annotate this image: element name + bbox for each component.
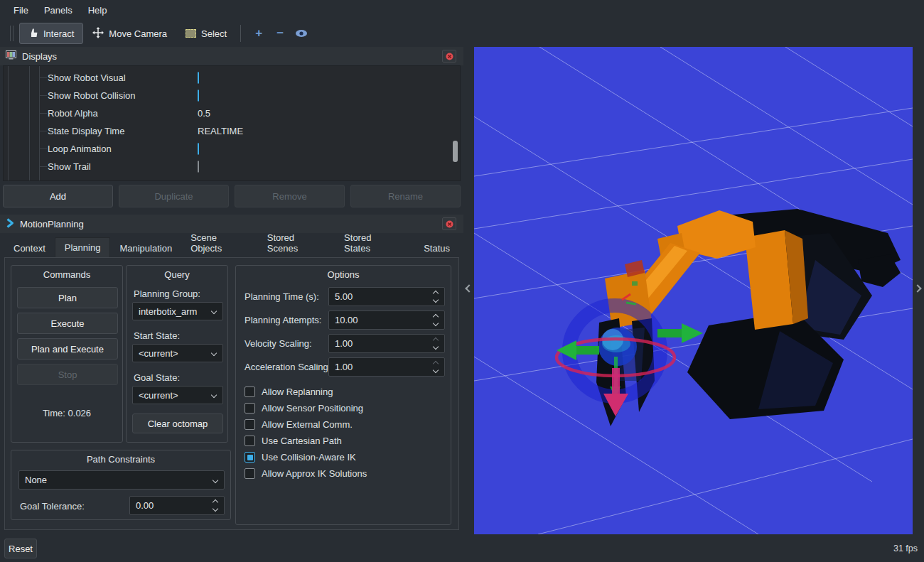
select-tool-button[interactable]: Select: [176, 23, 236, 44]
menu-help[interactable]: Help: [80, 2, 115, 18]
tree-row-loop-animation[interactable]: Loop Animation: [4, 140, 460, 158]
property-checkbox[interactable]: [198, 161, 199, 173]
tree-row-show-robot-visual[interactable]: Show Robot Visual: [4, 69, 460, 87]
plan-button[interactable]: Plan: [17, 287, 118, 308]
path-constraints-group: Path Constraints None Goal Tolerance: 0.…: [11, 450, 231, 520]
clear-octomap-button[interactable]: Clear octomap: [132, 414, 223, 433]
property-checkbox[interactable]: [198, 90, 199, 102]
motionplanning-panel-title: MotionPlanning: [20, 219, 84, 229]
spin-value: 10.00: [329, 315, 429, 325]
spin-up-icon[interactable]: [213, 499, 218, 505]
property-value[interactable]: REALTIME: [198, 126, 243, 136]
tab-context[interactable]: Context: [4, 239, 55, 257]
zoom-out-button[interactable]: −: [269, 23, 291, 43]
panel-splitter[interactable]: [463, 47, 474, 534]
remove-display-button[interactable]: Remove: [235, 185, 345, 207]
tab-status[interactable]: Status: [414, 239, 459, 257]
planning-group-combo[interactable]: interbotix_arm: [132, 302, 223, 320]
tab-stored-states[interactable]: Stored States: [335, 229, 407, 257]
planning-time-spinbox[interactable]: 5.00: [328, 287, 445, 306]
acceleration-scaling-label: Acceleration Scaling:: [245, 362, 331, 372]
spin-up-icon[interactable]: [433, 337, 439, 343]
select-tool-label: Select: [201, 28, 227, 39]
spin-down-icon[interactable]: [433, 344, 439, 350]
tab-planning[interactable]: Planning: [55, 237, 111, 257]
planning-time-readout: Time: 0.026: [11, 408, 122, 418]
tab-scene-objects[interactable]: Scene Objects: [181, 229, 258, 257]
checkbox[interactable]: [245, 452, 255, 463]
move-camera-tool-label: Move Camera: [109, 28, 167, 39]
displays-property-tree[interactable]: Show Robot Visual Show Robot Collision R…: [3, 65, 461, 181]
start-state-value: <current>: [139, 348, 178, 359]
property-checkbox[interactable]: [198, 143, 199, 155]
checkbox[interactable]: [245, 403, 255, 414]
add-display-button[interactable]: Add: [3, 185, 113, 207]
execute-button[interactable]: Execute: [17, 313, 118, 334]
planning-group-value: interbotix_arm: [139, 306, 197, 317]
checkbox[interactable]: [245, 419, 255, 430]
tab-stored-scenes[interactable]: Stored Scenes: [258, 229, 335, 257]
planning-time-label: Planning Time (s):: [245, 291, 319, 302]
collapse-left-icon[interactable]: [465, 284, 473, 292]
start-state-combo[interactable]: <current>: [132, 344, 223, 362]
path-constraints-combo[interactable]: None: [18, 470, 225, 490]
tree-row-show-robot-collision[interactable]: Show Robot Collision: [4, 87, 460, 104]
menu-file[interactable]: File: [6, 2, 36, 18]
allow-replanning-checkbox[interactable]: Allow Replanning: [245, 387, 333, 397]
checkbox[interactable]: [245, 387, 255, 397]
displays-panel-title: Displays: [22, 51, 57, 62]
spin-down-icon[interactable]: [433, 297, 439, 303]
tree-scrollbar-thumb[interactable]: [453, 141, 458, 162]
property-checkbox[interactable]: [198, 72, 199, 84]
right-splitter[interactable]: [913, 47, 924, 534]
3d-viewport[interactable]: [474, 47, 913, 534]
allow-approx-ik-solutions-checkbox[interactable]: Allow Approx IK Solutions: [245, 468, 367, 479]
goal-state-value: <current>: [139, 390, 178, 401]
visibility-eye-button[interactable]: [291, 23, 312, 43]
plan-and-execute-button[interactable]: Plan and Execute: [17, 338, 118, 360]
motionplanning-close-button[interactable]: [442, 217, 456, 230]
checkbox-label: Use Collision-Aware IK: [262, 452, 356, 463]
toolbar-separator: [240, 25, 241, 42]
displays-close-button[interactable]: [442, 50, 456, 63]
spin-up-icon[interactable]: [433, 361, 439, 367]
allow-sensor-positioning-checkbox[interactable]: Allow Sensor Positioning: [245, 403, 363, 414]
property-value[interactable]: 0.5: [198, 108, 210, 119]
marker-arrow-down-magenta: [612, 368, 620, 394]
tree-row-trail-step-size[interactable]: Trail Step Size: [4, 175, 460, 181]
reset-button[interactable]: Reset: [4, 539, 37, 558]
allow-external-comm-checkbox[interactable]: Allow External Comm.: [245, 419, 353, 430]
tree-row-robot-alpha[interactable]: Robot Alpha 0.5: [4, 104, 460, 122]
chevron-down-icon: [211, 392, 217, 398]
displays-button-row: Add Duplicate Remove Rename: [3, 185, 461, 207]
move-camera-tool-button[interactable]: Move Camera: [83, 23, 176, 44]
spin-down-icon[interactable]: [213, 506, 218, 512]
goal-tolerance-spinbox[interactable]: 0.00: [129, 496, 225, 515]
spin-up-icon[interactable]: [433, 314, 439, 320]
planning-attempts-spinbox[interactable]: 10.00: [328, 310, 445, 330]
interact-tool-button[interactable]: Interact: [19, 23, 83, 44]
velocity-scaling-spinbox[interactable]: 1.00: [328, 334, 445, 353]
menu-panels[interactable]: Panels: [36, 2, 80, 18]
acceleration-scaling-spinbox[interactable]: 1.00: [328, 357, 445, 377]
commands-group-title: Commands: [11, 269, 122, 280]
stop-button[interactable]: Stop: [17, 364, 118, 385]
checkbox[interactable]: [245, 436, 255, 446]
checkbox-label: Allow External Comm.: [262, 419, 353, 430]
spin-up-icon[interactable]: [433, 291, 439, 296]
collapse-right-icon[interactable]: [913, 284, 921, 292]
spin-down-icon[interactable]: [433, 367, 439, 373]
tree-row-show-trail[interactable]: Show Trail: [4, 158, 460, 175]
goal-state-combo[interactable]: <current>: [132, 386, 223, 404]
toolbar-drag-handle[interactable]: [10, 26, 14, 41]
rename-display-button[interactable]: Rename: [350, 185, 461, 207]
zoom-in-button[interactable]: +: [248, 23, 269, 43]
tab-manipulation[interactable]: Manipulation: [110, 239, 181, 257]
duplicate-display-button[interactable]: Duplicate: [119, 185, 229, 207]
use-cartesian-path-checkbox[interactable]: Use Cartesian Path: [245, 436, 342, 446]
spin-down-icon[interactable]: [433, 320, 439, 326]
use-collision-aware-ik-checkbox[interactable]: Use Collision-Aware IK: [245, 452, 356, 463]
tree-row-state-display-time[interactable]: State Display Time REALTIME: [4, 122, 460, 140]
displays-panel-header[interactable]: Displays: [0, 47, 463, 65]
checkbox[interactable]: [245, 468, 255, 479]
